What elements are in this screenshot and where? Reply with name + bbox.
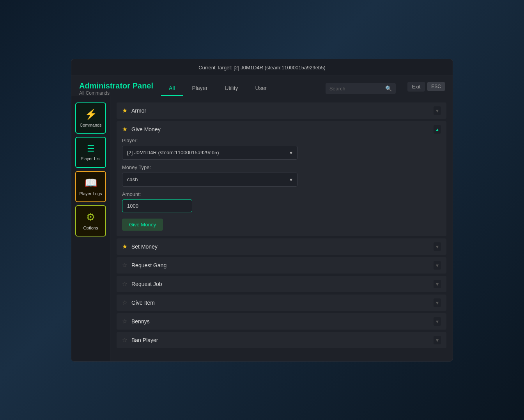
command-name-ban-player: Ban Player xyxy=(131,337,158,343)
sidebar-label-commands: Commands xyxy=(80,123,101,127)
command-left-give-item: ☆ Give Item xyxy=(122,299,155,306)
command-item-set-money: ★ Set Money ▾ xyxy=(117,238,446,255)
command-name-armor: Armor xyxy=(131,108,146,114)
money-type-field-group: Money Type: cash ▾ xyxy=(122,164,441,187)
sidebar: ⚡ Commands ☰ Player List 📖 Player Logs ⚙… xyxy=(71,96,110,361)
command-header-request-gang[interactable]: ☆ Request Gang ▾ xyxy=(117,257,446,274)
admin-panel: Current Target: [2] J0M1D4R (steam:11000… xyxy=(71,59,453,362)
sidebar-item-player-list[interactable]: ☰ Player List xyxy=(75,137,106,168)
chevron-request-gang[interactable]: ▾ xyxy=(434,261,441,270)
player-list-icon: ☰ xyxy=(87,144,95,154)
esc-badge: ESC xyxy=(427,82,445,91)
commands-icon: ⚡ xyxy=(85,108,97,120)
command-header-armor[interactable]: ★ Armor ▾ xyxy=(117,102,446,119)
command-item-give-money: ★ Give Money ▴ Player: [2] J0M1D4R (stea… xyxy=(117,121,446,236)
chevron-bennys[interactable]: ▾ xyxy=(434,317,441,326)
player-logs-icon: 📖 xyxy=(85,177,97,189)
tabs: All Player Utility User xyxy=(161,81,318,96)
command-left-request-gang: ☆ Request Gang xyxy=(122,261,166,269)
tab-user[interactable]: User xyxy=(248,82,275,96)
header: Administrator Panel All Commands All Pla… xyxy=(71,76,453,96)
amount-field-group: Amount: xyxy=(122,191,441,212)
command-header-set-money[interactable]: ★ Set Money ▾ xyxy=(117,238,446,255)
command-header-bennys[interactable]: ☆ Bennys ▾ xyxy=(117,313,446,330)
chevron-give-item[interactable]: ▾ xyxy=(434,298,441,307)
player-field-group: Player: [2] J0M1D4R (steam:11000015a929e… xyxy=(122,138,441,160)
command-item-armor: ★ Armor ▾ xyxy=(117,102,446,119)
money-type-select[interactable]: cash ▾ xyxy=(122,173,297,187)
star-request-job[interactable]: ☆ xyxy=(122,280,127,288)
star-give-money[interactable]: ★ xyxy=(122,125,127,133)
command-left-set-money: ★ Set Money xyxy=(122,243,158,250)
exit-button[interactable]: Exit xyxy=(407,82,425,92)
sidebar-label-player-logs: Player Logs xyxy=(79,191,102,196)
chevron-request-job[interactable]: ▾ xyxy=(434,280,441,288)
command-item-ban-player: ☆ Ban Player ▾ xyxy=(117,332,446,348)
command-header-ban-player[interactable]: ☆ Ban Player ▾ xyxy=(117,332,446,348)
command-name-set-money: Set Money xyxy=(131,244,158,250)
star-armor[interactable]: ★ xyxy=(122,107,127,114)
top-bar: Current Target: [2] J0M1D4R (steam:11000… xyxy=(71,59,453,76)
options-icon: ⚙ xyxy=(86,211,95,223)
chevron-ban-player[interactable]: ▾ xyxy=(434,336,441,344)
search-icon: 🔍 xyxy=(385,85,392,92)
tab-utility[interactable]: Utility xyxy=(217,82,246,96)
command-header-give-item[interactable]: ☆ Give Item ▾ xyxy=(117,295,446,311)
command-name-give-money: Give Money xyxy=(131,126,161,132)
player-label: Player: xyxy=(122,138,441,143)
command-item-request-gang: ☆ Request Gang ▾ xyxy=(117,257,446,274)
chevron-give-money[interactable]: ▴ xyxy=(434,125,441,134)
chevron-armor[interactable]: ▾ xyxy=(434,106,441,115)
panel-title-block: Administrator Panel All Commands xyxy=(79,81,153,96)
current-target: Current Target: [2] J0M1D4R (steam:11000… xyxy=(198,65,326,71)
command-item-request-job: ☆ Request Job ▾ xyxy=(117,276,446,292)
tab-all[interactable]: All xyxy=(161,82,183,96)
command-name-bennys: Bennys xyxy=(131,318,150,325)
command-left-request-job: ☆ Request Job xyxy=(122,280,162,288)
money-type-select-arrow: ▾ xyxy=(290,176,292,183)
command-item-give-item: ☆ Give Item ▾ xyxy=(117,295,446,311)
player-select-value: [2] J0M1D4R (steam:11000015a929eb5) xyxy=(127,150,290,155)
star-request-gang[interactable]: ☆ xyxy=(122,261,127,269)
main-content: ⚡ Commands ☰ Player List 📖 Player Logs ⚙… xyxy=(71,96,453,361)
money-type-label: Money Type: xyxy=(122,164,441,170)
panel-title: Administrator Panel xyxy=(79,81,153,90)
command-left-ban-player: ☆ Ban Player xyxy=(122,336,158,344)
command-item-bennys: ☆ Bennys ▾ xyxy=(117,313,446,330)
panel-subtitle: All Commands xyxy=(79,90,153,96)
star-bennys[interactable]: ☆ xyxy=(122,318,127,325)
command-name-request-gang: Request Gang xyxy=(131,262,166,268)
search-bar: 🔍 xyxy=(326,83,396,94)
command-left-armor: ★ Armor xyxy=(122,107,146,114)
commands-area: ★ Armor ▾ ★ Give Money ▴ Playe xyxy=(110,96,453,361)
chevron-set-money[interactable]: ▾ xyxy=(434,242,441,251)
amount-input[interactable] xyxy=(122,199,192,212)
give-money-form: Player: [2] J0M1D4R (steam:11000015a929e… xyxy=(117,138,446,236)
command-left-give-money: ★ Give Money xyxy=(122,125,161,133)
sidebar-item-player-logs[interactable]: 📖 Player Logs xyxy=(75,171,106,202)
sidebar-label-options: Options xyxy=(83,226,98,230)
star-ban-player[interactable]: ☆ xyxy=(122,336,127,344)
star-give-item[interactable]: ☆ xyxy=(122,299,127,306)
tab-player[interactable]: Player xyxy=(184,82,216,96)
star-set-money[interactable]: ★ xyxy=(122,243,127,250)
amount-label: Amount: xyxy=(122,191,441,197)
give-money-button[interactable]: Give Money xyxy=(122,219,163,231)
player-select-arrow: ▾ xyxy=(290,150,292,156)
player-select[interactable]: [2] J0M1D4R (steam:11000015a929eb5) ▾ xyxy=(122,146,297,160)
command-name-give-item: Give Item xyxy=(131,300,155,306)
command-header-request-job[interactable]: ☆ Request Job ▾ xyxy=(117,276,446,292)
money-type-select-value: cash xyxy=(127,176,290,182)
command-header-give-money[interactable]: ★ Give Money ▴ xyxy=(117,121,446,138)
sidebar-label-player-list: Player List xyxy=(81,156,101,161)
search-input[interactable] xyxy=(329,86,382,92)
command-name-request-job: Request Job xyxy=(131,281,162,287)
exit-section: Exit ESC xyxy=(407,82,445,95)
sidebar-item-options[interactable]: ⚙ Options xyxy=(75,205,106,236)
sidebar-item-commands[interactable]: ⚡ Commands xyxy=(75,102,106,134)
command-left-bennys: ☆ Bennys xyxy=(122,318,150,325)
